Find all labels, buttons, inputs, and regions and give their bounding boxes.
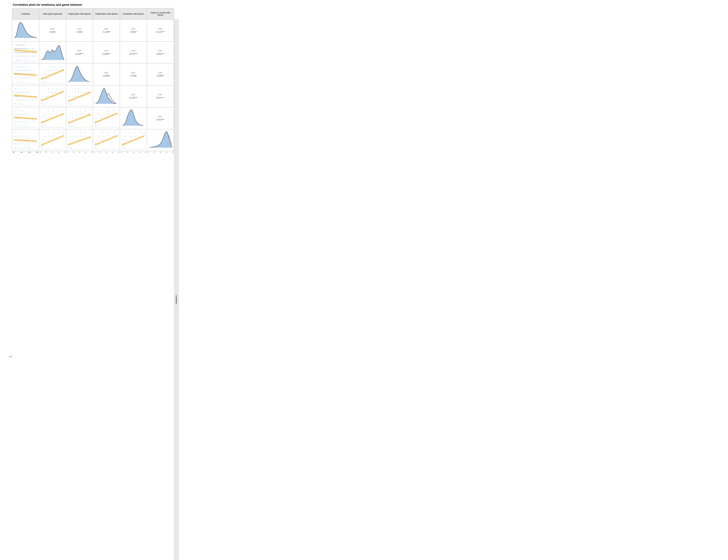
svg-point-333 [99,114,99,115]
svg-point-194 [19,103,19,104]
svg-point-84 [15,70,15,71]
svg-point-337 [102,110,103,111]
svg-marker-248 [95,88,117,104]
svg-marker-446 [149,132,173,148]
svg-point-125 [41,82,42,82]
svg-point-17 [17,48,18,49]
svg-point-289 [45,118,46,119]
svg-point-191 [29,100,29,101]
svg-point-167 [23,92,23,93]
cell-r1-c4: Corr: 0.275*** [120,41,147,64]
svg-point-79 [15,67,16,67]
svg-point-237 [82,92,82,93]
svg-point-223 [68,103,69,104]
svg-point-30 [29,49,29,49]
col-header-5: Games to connect with friends [147,8,174,19]
svg-point-256 [22,114,23,115]
svg-point-273 [22,122,23,122]
svg-point-228 [69,96,70,97]
svg-point-118 [30,78,31,79]
cell-r4-c5: Corr: 0.414*** [147,107,174,129]
svg-point-187 [19,100,19,100]
svg-point-69 [18,60,18,60]
col-header-0: Loneliness [12,8,39,19]
svg-point-285 [43,126,44,126]
svg-marker-282 [14,116,37,120]
svg-point-351 [24,136,24,136]
x-axis-col-0: 20 40 60 80 [12,152,39,153]
cell-r1-c1 [39,41,66,64]
svg-point-242 [82,89,82,89]
svg-point-138 [58,74,59,75]
cell-r3-c5: Corr: 0.571*** [147,85,174,107]
svg-point-19 [19,48,19,49]
cell-r0-c5: Corr: -0.123*** [147,19,174,41]
svg-point-92 [28,70,28,71]
svg-point-419 [108,136,108,136]
svg-point-388 [63,132,64,133]
svg-point-230 [75,96,76,97]
svg-point-371 [29,147,29,148]
svg-marker-74 [14,49,37,53]
svg-point-212 [51,92,52,93]
svg-point-23 [22,48,23,49]
svg-point-6 [18,45,18,45]
svg-point-352 [27,136,28,137]
svg-point-80 [17,67,18,67]
svg-point-193 [15,103,16,104]
svg-point-22 [21,48,22,49]
svg-marker-425 [95,134,118,146]
svg-point-41 [20,52,21,53]
svg-point-70 [19,60,20,60]
svg-point-13 [25,45,26,45]
svg-point-141 [51,70,51,71]
svg-point-277 [15,125,16,126]
svg-point-346 [15,132,16,133]
cell-r5-c2 [66,129,93,151]
svg-point-164 [18,92,18,93]
svg-point-33 [34,48,34,49]
svg-point-34 [15,52,15,53]
x-axis-col-5: 1 2 3 4 5 [147,152,174,153]
svg-point-131 [49,78,49,78]
svg-point-119 [16,82,17,82]
svg-point-217 [52,88,53,89]
svg-point-90 [24,70,25,71]
svg-point-24 [23,48,23,49]
svg-point-168 [24,92,25,92]
svg-point-272 [19,122,19,122]
svg-point-87 [19,70,20,71]
svg-point-411 [95,147,96,148]
svg-point-326 [97,126,98,126]
svg-point-88 [21,70,22,71]
svg-point-363 [19,143,19,144]
svg-point-29 [27,48,28,49]
x-axis-col-1: 1 2 3 4 5 [39,152,66,153]
cell-r4-c3 [93,107,120,129]
svg-point-238 [85,92,86,93]
cell-r0-c2: Corr: 0.026 [66,19,93,41]
svg-point-348 [15,136,15,137]
row-label-0: Loneliness [174,19,179,560]
svg-point-9 [20,45,21,45]
svg-marker-245 [68,91,91,102]
svg-point-8 [19,45,20,45]
svg-point-243 [86,88,87,89]
svg-point-321 [85,110,86,111]
svg-point-20 [19,48,20,49]
svg-point-151 [62,67,63,67]
svg-point-385 [48,132,49,133]
svg-point-25 [24,48,24,49]
svg-point-11 [23,45,23,45]
svg-point-7 [19,45,19,45]
svg-point-440 [141,132,141,133]
svg-point-188 [21,100,22,100]
svg-point-382 [49,136,49,137]
svg-point-31 [30,48,31,49]
svg-marker-409 [68,135,91,146]
svg-point-434 [126,136,126,137]
svg-point-275 [29,122,29,123]
svg-point-121 [24,82,24,83]
row-labels: Loneliness Video games (general) Single … [174,8,179,560]
svg-point-16 [16,48,17,49]
